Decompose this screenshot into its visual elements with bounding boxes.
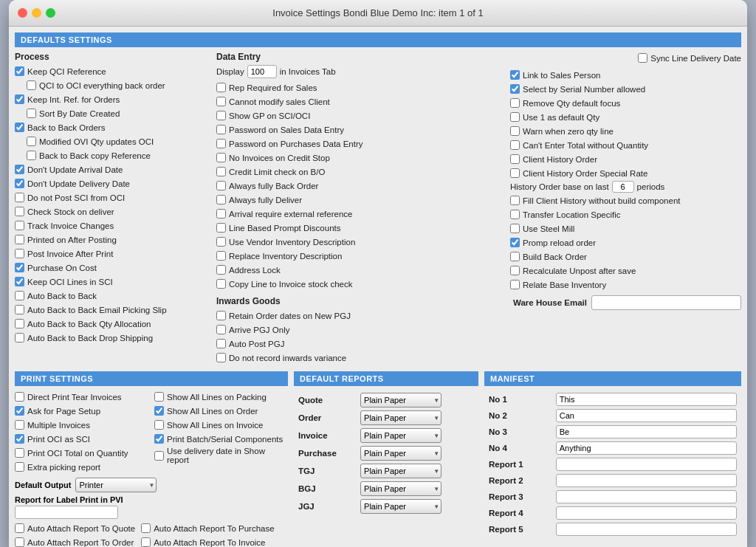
checkbox[interactable] <box>510 210 520 219</box>
report-select[interactable]: Plain PaperLetterheadCustom <box>360 499 441 514</box>
checkbox[interactable] <box>15 523 24 533</box>
checkbox[interactable] <box>154 451 164 461</box>
history-input[interactable] <box>612 181 634 193</box>
checkbox[interactable] <box>15 263 24 272</box>
sync-checkbox[interactable] <box>638 53 647 63</box>
checkbox[interactable] <box>510 252 520 261</box>
checkbox[interactable] <box>27 137 36 146</box>
checkbox[interactable] <box>15 434 24 444</box>
checkbox-row: Retain Order dates on New PGJ <box>216 309 504 322</box>
checkbox[interactable] <box>510 154 520 164</box>
checkbox[interactable] <box>510 140 520 150</box>
checkbox[interactable] <box>216 153 226 162</box>
checkbox[interactable] <box>15 193 24 202</box>
manifest-input[interactable] <box>556 425 737 438</box>
checkbox[interactable] <box>154 392 164 402</box>
checkbox[interactable] <box>216 311 226 320</box>
checkbox[interactable] <box>15 94 24 104</box>
checkbox[interactable] <box>15 123 24 132</box>
checkbox[interactable] <box>15 392 24 402</box>
checkbox[interactable] <box>510 126 520 136</box>
checkbox[interactable] <box>216 111 226 120</box>
checkbox[interactable] <box>15 291 24 300</box>
manifest-row: Report 3 <box>486 489 740 504</box>
checkbox[interactable] <box>15 221 24 230</box>
checkbox[interactable] <box>15 462 24 472</box>
report-select[interactable]: Plain PaperLetterheadCustom <box>360 446 441 461</box>
checkbox-label: Auto Post PGJ <box>229 340 284 348</box>
checkbox[interactable] <box>15 165 24 174</box>
close-button[interactable] <box>18 8 27 18</box>
checkbox[interactable] <box>216 167 226 176</box>
checkbox[interactable] <box>15 319 24 328</box>
checkbox[interactable] <box>15 277 24 286</box>
checkbox[interactable] <box>510 280 520 289</box>
manifest-input[interactable] <box>556 393 737 406</box>
checkbox[interactable] <box>510 196 520 205</box>
manifest-input[interactable] <box>556 490 737 503</box>
report-select[interactable]: Plain PaperLetterheadCustom <box>360 428 441 443</box>
manifest-input[interactable] <box>556 474 737 487</box>
report-select[interactable]: Plain PaperLetterheadCustom <box>360 393 441 407</box>
checkbox[interactable] <box>216 181 226 190</box>
checkbox[interactable] <box>154 420 164 430</box>
default-output-select[interactable]: Printer PDF Email <box>75 478 157 492</box>
checkbox[interactable] <box>216 251 226 261</box>
checkbox-row: Transfer Location Specific <box>510 208 741 221</box>
display-value-input[interactable] <box>247 65 277 78</box>
checkbox[interactable] <box>510 98 520 108</box>
checkbox[interactable] <box>15 333 24 343</box>
checkbox[interactable] <box>15 249 24 258</box>
manifest-input[interactable] <box>556 523 737 536</box>
checkbox[interactable] <box>15 66 24 76</box>
maximize-button[interactable] <box>46 8 55 18</box>
checkbox[interactable] <box>15 305 24 314</box>
checkbox[interactable] <box>510 168 520 178</box>
checkbox[interactable] <box>510 238 520 247</box>
checkbox[interactable] <box>216 339 226 348</box>
manifest-input[interactable] <box>556 458 737 471</box>
warehouse-email-input[interactable] <box>591 295 741 310</box>
checkbox[interactable] <box>216 223 226 233</box>
manifest-input[interactable] <box>556 506 737 520</box>
checkbox[interactable] <box>216 209 226 219</box>
checkbox[interactable] <box>216 353 226 362</box>
minimize-button[interactable] <box>32 8 41 18</box>
manifest-num: No 1 <box>486 392 551 407</box>
checkbox[interactable] <box>216 83 226 92</box>
report-select[interactable]: Plain PaperLetterheadCustom <box>360 481 441 496</box>
checkbox[interactable] <box>27 151 36 160</box>
checkbox[interactable] <box>510 70 520 80</box>
checkbox[interactable] <box>27 80 36 90</box>
checkbox[interactable] <box>15 406 24 416</box>
report-label-input[interactable] <box>15 506 118 519</box>
checkbox[interactable] <box>141 523 151 533</box>
checkbox[interactable] <box>510 266 520 275</box>
checkbox[interactable] <box>216 265 226 275</box>
checkbox[interactable] <box>216 325 226 334</box>
manifest-input[interactable] <box>556 409 737 422</box>
checkbox[interactable] <box>216 125 226 134</box>
checkbox[interactable] <box>510 84 520 94</box>
checkbox[interactable] <box>154 434 164 444</box>
checkbox[interactable] <box>154 406 164 416</box>
checkbox[interactable] <box>15 420 24 430</box>
report-select[interactable]: Plain PaperLetterheadCustom <box>360 464 441 478</box>
checkbox[interactable] <box>15 537 24 547</box>
checkbox[interactable] <box>216 97 226 106</box>
checkbox[interactable] <box>141 537 151 547</box>
checkbox-row: Auto Attach Report To Quote <box>15 522 135 534</box>
checkbox[interactable] <box>15 235 24 244</box>
checkbox[interactable] <box>216 237 226 247</box>
checkbox[interactable] <box>15 179 24 188</box>
report-select[interactable]: Plain PaperLetterheadCustom <box>360 410 441 425</box>
checkbox[interactable] <box>510 112 520 122</box>
checkbox[interactable] <box>15 448 24 458</box>
checkbox[interactable] <box>216 195 226 204</box>
checkbox[interactable] <box>216 139 226 148</box>
manifest-input[interactable] <box>556 441 737 455</box>
checkbox[interactable] <box>510 224 520 233</box>
checkbox[interactable] <box>216 279 226 289</box>
checkbox[interactable] <box>15 207 24 216</box>
checkbox[interactable] <box>27 109 36 118</box>
